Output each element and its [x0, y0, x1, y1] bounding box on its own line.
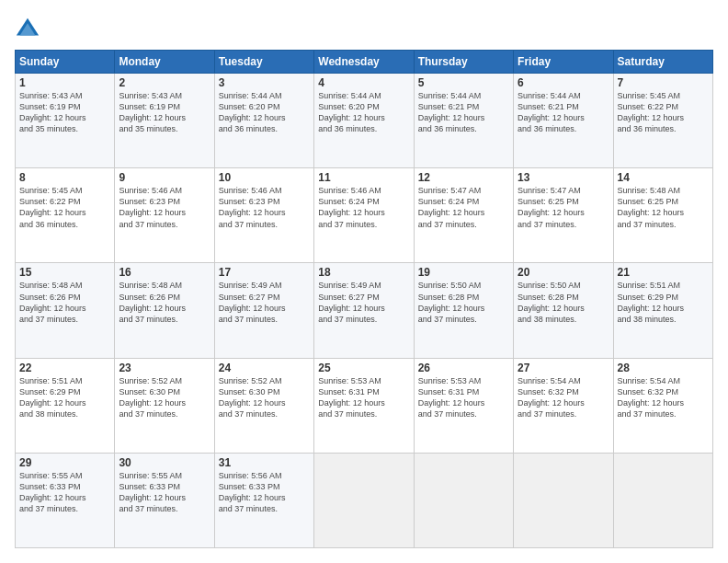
day-number: 26 [418, 362, 509, 374]
calendar-day-cell: 15Sunrise: 5:48 AM Sunset: 6:26 PM Dayli… [16, 263, 115, 358]
day-info: Sunrise: 5:47 AM Sunset: 6:24 PM Dayligh… [418, 185, 509, 230]
day-number: 20 [518, 266, 609, 279]
day-number: 21 [618, 266, 709, 279]
day-number: 29 [19, 456, 110, 469]
day-info: Sunrise: 5:49 AM Sunset: 6:27 PM Dayligh… [219, 280, 310, 325]
day-number: 13 [518, 171, 609, 184]
header [15, 15, 713, 40]
calendar-day-cell: 26Sunrise: 5:53 AM Sunset: 6:31 PM Dayli… [414, 358, 513, 453]
day-info: Sunrise: 5:50 AM Sunset: 6:28 PM Dayligh… [518, 280, 609, 325]
logo [15, 15, 44, 40]
day-number: 24 [219, 362, 310, 374]
day-info: Sunrise: 5:50 AM Sunset: 6:28 PM Dayligh… [418, 280, 509, 325]
day-info: Sunrise: 5:49 AM Sunset: 6:27 PM Dayligh… [318, 280, 409, 325]
calendar-day-cell: 19Sunrise: 5:50 AM Sunset: 6:28 PM Dayli… [414, 263, 513, 358]
calendar-day-cell: 6Sunrise: 5:44 AM Sunset: 6:21 PM Daylig… [514, 74, 613, 168]
calendar-day-cell: 9Sunrise: 5:46 AM Sunset: 6:23 PM Daylig… [115, 168, 214, 263]
day-info: Sunrise: 5:53 AM Sunset: 6:31 PM Dayligh… [318, 375, 409, 420]
calendar-day-header: Monday [115, 51, 214, 74]
day-info: Sunrise: 5:46 AM Sunset: 6:23 PM Dayligh… [119, 185, 210, 230]
calendar-day-cell: 31Sunrise: 5:56 AM Sunset: 6:33 PM Dayli… [214, 453, 313, 547]
calendar-day-cell: 18Sunrise: 5:49 AM Sunset: 6:27 PM Dayli… [314, 263, 414, 358]
calendar-week-row: 8Sunrise: 5:45 AM Sunset: 6:22 PM Daylig… [16, 168, 713, 263]
day-number: 22 [19, 362, 110, 374]
day-info: Sunrise: 5:47 AM Sunset: 6:25 PM Dayligh… [518, 185, 609, 230]
day-info: Sunrise: 5:52 AM Sunset: 6:30 PM Dayligh… [219, 375, 310, 420]
calendar-day-cell: 7Sunrise: 5:45 AM Sunset: 6:22 PM Daylig… [613, 74, 712, 168]
day-number: 14 [618, 171, 709, 184]
day-info: Sunrise: 5:46 AM Sunset: 6:24 PM Dayligh… [318, 185, 409, 230]
calendar-day-header: Thursday [414, 51, 513, 74]
calendar-week-row: 1Sunrise: 5:43 AM Sunset: 6:19 PM Daylig… [16, 74, 713, 168]
day-info: Sunrise: 5:44 AM Sunset: 6:21 PM Dayligh… [518, 90, 609, 135]
day-number: 31 [219, 456, 310, 469]
day-number: 10 [219, 171, 310, 184]
page: SundayMondayTuesdayWednesdayThursdayFrid… [0, 0, 728, 563]
calendar-day-cell: 8Sunrise: 5:45 AM Sunset: 6:22 PM Daylig… [16, 168, 115, 263]
calendar-day-cell: 24Sunrise: 5:52 AM Sunset: 6:30 PM Dayli… [214, 358, 313, 453]
day-info: Sunrise: 5:44 AM Sunset: 6:20 PM Dayligh… [318, 90, 409, 135]
calendar-day-cell [514, 453, 613, 547]
calendar-day-cell: 11Sunrise: 5:46 AM Sunset: 6:24 PM Dayli… [314, 168, 414, 263]
calendar-day-cell [314, 453, 414, 547]
day-info: Sunrise: 5:48 AM Sunset: 6:26 PM Dayligh… [119, 280, 210, 325]
day-number: 17 [219, 266, 310, 279]
calendar-day-cell [613, 453, 712, 547]
calendar-week-row: 22Sunrise: 5:51 AM Sunset: 6:29 PM Dayli… [16, 358, 713, 453]
day-info: Sunrise: 5:44 AM Sunset: 6:20 PM Dayligh… [219, 90, 310, 135]
day-number: 30 [119, 456, 210, 469]
calendar-day-cell: 16Sunrise: 5:48 AM Sunset: 6:26 PM Dayli… [115, 263, 214, 358]
calendar-week-row: 15Sunrise: 5:48 AM Sunset: 6:26 PM Dayli… [16, 263, 713, 358]
day-info: Sunrise: 5:45 AM Sunset: 6:22 PM Dayligh… [618, 90, 709, 135]
day-info: Sunrise: 5:53 AM Sunset: 6:31 PM Dayligh… [418, 375, 509, 420]
day-info: Sunrise: 5:55 AM Sunset: 6:33 PM Dayligh… [19, 470, 110, 515]
calendar-day-cell: 28Sunrise: 5:54 AM Sunset: 6:32 PM Dayli… [613, 358, 712, 453]
day-number: 7 [618, 76, 709, 89]
day-info: Sunrise: 5:51 AM Sunset: 6:29 PM Dayligh… [19, 375, 110, 420]
day-number: 1 [19, 76, 110, 89]
calendar-day-cell: 25Sunrise: 5:53 AM Sunset: 6:31 PM Dayli… [314, 358, 414, 453]
day-number: 9 [119, 171, 210, 184]
calendar-day-cell: 17Sunrise: 5:49 AM Sunset: 6:27 PM Dayli… [214, 263, 313, 358]
day-number: 23 [119, 362, 210, 374]
day-info: Sunrise: 5:48 AM Sunset: 6:26 PM Dayligh… [19, 280, 110, 325]
calendar-day-cell: 5Sunrise: 5:44 AM Sunset: 6:21 PM Daylig… [414, 74, 513, 168]
day-info: Sunrise: 5:52 AM Sunset: 6:30 PM Dayligh… [119, 375, 210, 420]
calendar-day-cell: 2Sunrise: 5:43 AM Sunset: 6:19 PM Daylig… [115, 74, 214, 168]
calendar-day-cell: 12Sunrise: 5:47 AM Sunset: 6:24 PM Dayli… [414, 168, 513, 263]
day-info: Sunrise: 5:54 AM Sunset: 6:32 PM Dayligh… [618, 375, 709, 420]
logo-icon [15, 15, 40, 40]
day-number: 4 [318, 76, 409, 89]
calendar-day-cell: 21Sunrise: 5:51 AM Sunset: 6:29 PM Dayli… [613, 263, 712, 358]
calendar-table: SundayMondayTuesdayWednesdayThursdayFrid… [15, 50, 713, 548]
day-number: 3 [219, 76, 310, 89]
day-number: 12 [418, 171, 509, 184]
day-number: 11 [318, 171, 409, 184]
day-number: 8 [19, 171, 110, 184]
day-number: 18 [318, 266, 409, 279]
day-info: Sunrise: 5:43 AM Sunset: 6:19 PM Dayligh… [119, 90, 210, 135]
day-info: Sunrise: 5:45 AM Sunset: 6:22 PM Dayligh… [19, 185, 110, 230]
day-number: 28 [618, 362, 709, 374]
calendar-day-cell: 29Sunrise: 5:55 AM Sunset: 6:33 PM Dayli… [16, 453, 115, 547]
day-info: Sunrise: 5:46 AM Sunset: 6:23 PM Dayligh… [219, 185, 310, 230]
calendar-day-cell: 23Sunrise: 5:52 AM Sunset: 6:30 PM Dayli… [115, 358, 214, 453]
day-info: Sunrise: 5:43 AM Sunset: 6:19 PM Dayligh… [19, 90, 110, 135]
calendar-day-header: Wednesday [314, 51, 414, 74]
day-number: 27 [518, 362, 609, 374]
day-number: 6 [518, 76, 609, 89]
day-number: 16 [119, 266, 210, 279]
calendar-day-cell: 10Sunrise: 5:46 AM Sunset: 6:23 PM Dayli… [214, 168, 313, 263]
day-info: Sunrise: 5:51 AM Sunset: 6:29 PM Dayligh… [618, 280, 709, 325]
calendar-day-header: Sunday [16, 51, 115, 74]
calendar-header-row: SundayMondayTuesdayWednesdayThursdayFrid… [16, 51, 713, 74]
day-number: 5 [418, 76, 509, 89]
day-info: Sunrise: 5:44 AM Sunset: 6:21 PM Dayligh… [418, 90, 509, 135]
calendar-day-header: Tuesday [214, 51, 313, 74]
day-info: Sunrise: 5:56 AM Sunset: 6:33 PM Dayligh… [219, 470, 310, 515]
calendar-day-cell: 13Sunrise: 5:47 AM Sunset: 6:25 PM Dayli… [514, 168, 613, 263]
calendar-day-cell: 27Sunrise: 5:54 AM Sunset: 6:32 PM Dayli… [514, 358, 613, 453]
calendar-day-header: Saturday [613, 51, 712, 74]
calendar-day-cell: 20Sunrise: 5:50 AM Sunset: 6:28 PM Dayli… [514, 263, 613, 358]
calendar-day-header: Friday [514, 51, 613, 74]
